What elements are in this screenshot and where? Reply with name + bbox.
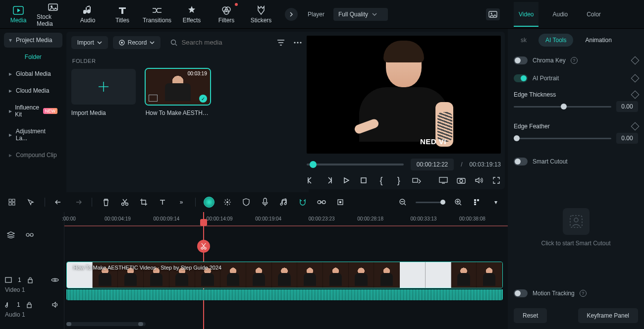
- stop-button[interactable]: [359, 175, 368, 185]
- volume-button[interactable]: [475, 175, 483, 185]
- ai-avatar-icon[interactable]: [204, 197, 215, 208]
- timeline-tracks[interactable]: :00:00 00:00:04:19 00:00:09:14 00:00:14:…: [64, 212, 508, 329]
- lock-icon[interactable]: [26, 301, 32, 308]
- subtab-aitools[interactable]: AI Tools: [538, 34, 573, 47]
- view-mode-button[interactable]: [471, 196, 483, 208]
- ruler[interactable]: :00:00 00:00:04:19 00:00:09:14 00:00:14:…: [64, 212, 508, 226]
- timeline-scrollbar[interactable]: [66, 322, 146, 326]
- reset-button[interactable]: Reset: [514, 308, 547, 323]
- svg-rect-15: [413, 178, 418, 182]
- edge-feather-value[interactable]: 0.00: [616, 133, 638, 144]
- search-media[interactable]: [165, 36, 270, 49]
- linktrack-icon[interactable]: [24, 229, 36, 241]
- keyframe-diamond[interactable]: [631, 56, 640, 65]
- delete-button[interactable]: [100, 196, 112, 208]
- magnet-icon[interactable]: [297, 196, 309, 208]
- help-icon[interactable]: ?: [571, 57, 578, 64]
- link-icon[interactable]: [316, 196, 327, 208]
- subtab-sk[interactable]: sk: [514, 34, 534, 47]
- lock-icon[interactable]: [27, 276, 33, 283]
- edge-thickness-value[interactable]: 0.00: [616, 101, 638, 112]
- more-button[interactable]: [292, 37, 304, 49]
- split-button[interactable]: [119, 196, 131, 208]
- tab-stock-media[interactable]: Stock Media: [37, 1, 69, 28]
- marker-icon[interactable]: [334, 196, 346, 208]
- search-input[interactable]: [181, 39, 265, 46]
- tab-media[interactable]: Media: [2, 1, 35, 28]
- play-button[interactable]: [342, 175, 350, 185]
- tab-audio[interactable]: Audio: [71, 1, 104, 28]
- apps-icon[interactable]: [6, 196, 18, 208]
- import-media-box: [71, 69, 136, 105]
- mark-out-button[interactable]: }: [394, 175, 403, 185]
- next-frame-button[interactable]: [324, 175, 332, 185]
- sidebar-compound-clip[interactable]: ▸ Compound Clip: [4, 148, 62, 163]
- proptab-audio[interactable]: Audio: [547, 2, 573, 27]
- ratio-button[interactable]: [412, 175, 421, 185]
- zoom-in-button[interactable]: [452, 196, 464, 208]
- tabs-next-button[interactable]: [285, 8, 298, 21]
- edge-thickness-slider[interactable]: [514, 106, 611, 108]
- sidebar-folder[interactable]: Folder: [4, 50, 62, 64]
- sidebar-project-media[interactable]: ▾ Project Media: [4, 33, 62, 48]
- text-button[interactable]: [157, 196, 168, 208]
- crop-button[interactable]: [138, 196, 150, 208]
- keyframe-panel-button[interactable]: Keyframe Panel: [578, 308, 638, 323]
- keyframe-diamond[interactable]: [631, 74, 640, 83]
- viewport[interactable]: NED VI: [307, 36, 501, 154]
- edge-feather-slider[interactable]: [514, 138, 611, 139]
- tab-titles[interactable]: Titles: [106, 1, 139, 28]
- ruler-tick: 00:00:28:18: [357, 216, 383, 221]
- record-button[interactable]: Record: [113, 36, 161, 49]
- layers-icon[interactable]: [5, 229, 17, 241]
- music-icon[interactable]: [278, 196, 290, 208]
- sidebar-global-media[interactable]: ▸ Global Media: [4, 66, 62, 81]
- sidebar-influence-kit[interactable]: ▸ Influence Kit NEW: [4, 100, 62, 122]
- mic-icon[interactable]: [259, 196, 271, 208]
- toolbar-more-button[interactable]: »: [175, 196, 187, 208]
- proptab-video[interactable]: Video: [514, 2, 538, 27]
- help-icon[interactable]: ?: [580, 290, 587, 297]
- toggle-smart-cutout[interactable]: [514, 158, 528, 165]
- import-media-tile[interactable]: Import Media: [71, 69, 136, 116]
- sidebar-adjustment-layer[interactable]: ▸ Adjustment La...: [4, 124, 62, 146]
- tab-stickers[interactable]: Stickers: [245, 1, 277, 28]
- zoom-out-button[interactable]: [397, 196, 409, 208]
- tab-effects[interactable]: Effects: [175, 1, 208, 28]
- snapshot-button[interactable]: [486, 8, 500, 20]
- toggle-motion-tracking[interactable]: [514, 289, 528, 297]
- audio-clip[interactable]: [66, 289, 503, 300]
- sparkle-icon[interactable]: [221, 196, 233, 208]
- toggle-chroma-key[interactable]: [514, 56, 528, 64]
- ruler-tick: 00:00:14:09: [207, 216, 233, 221]
- eye-icon[interactable]: [51, 277, 59, 283]
- cursor-icon[interactable]: [25, 196, 37, 208]
- seek-knob[interactable]: [310, 161, 317, 168]
- redo-button[interactable]: [72, 196, 84, 208]
- cut-badge[interactable]: [197, 240, 210, 253]
- filter-button[interactable]: [275, 37, 287, 49]
- toggle-ai-portrait[interactable]: [514, 74, 528, 82]
- mark-in-button[interactable]: {: [377, 175, 385, 185]
- import-button[interactable]: Import: [71, 36, 108, 49]
- camera-button[interactable]: [457, 175, 466, 185]
- tab-filters[interactable]: Filters: [210, 1, 243, 28]
- smart-cutout-zone[interactable]: Click to start Smart Cutout: [514, 170, 638, 284]
- tab-transitions[interactable]: Transitions: [141, 1, 173, 28]
- speaker-icon[interactable]: [52, 302, 59, 308]
- view-mode-dropdown[interactable]: ▾: [490, 196, 502, 208]
- prev-frame-button[interactable]: [307, 175, 315, 185]
- subtab-animation[interactable]: Animation: [578, 34, 618, 47]
- quality-select[interactable]: Full Quality: [333, 8, 388, 21]
- sidebar-cloud-media[interactable]: ▸ Cloud Media: [4, 83, 62, 98]
- keyframe-diamond[interactable]: [631, 91, 640, 99]
- fullscreen-button[interactable]: [492, 175, 501, 185]
- proptab-color[interactable]: Color: [582, 2, 606, 27]
- seek-bar[interactable]: [307, 164, 404, 165]
- undo-button[interactable]: [53, 196, 65, 208]
- keyframe-diamond[interactable]: [631, 122, 640, 131]
- display-button[interactable]: [439, 175, 448, 185]
- shield-icon[interactable]: [240, 196, 252, 208]
- zoom-slider[interactable]: [416, 202, 445, 203]
- clip-tile-1[interactable]: 00:03:19 ✓ How To Make AESTHE...: [146, 69, 210, 116]
